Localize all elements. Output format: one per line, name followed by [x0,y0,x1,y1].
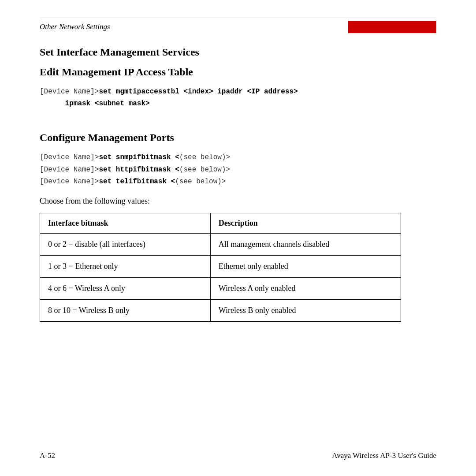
table-row: 0 or 2 = disable (all interfaces)All man… [40,233,401,255]
table-cell-bitmask: 0 or 2 = disable (all interfaces) [40,233,211,255]
table-cell-description: Wireless A only enabled [210,277,401,299]
section2-code: [Device Name]>set mgmtipaccesstbl <index… [40,86,436,110]
header-bar: Other Network Settings [40,18,436,33]
table-cell-bitmask: 4 or 6 = Wireless A only [40,277,211,299]
footer: A-52 Avaya Wireless AP-3 User's Guide [40,451,436,460]
table-cell-bitmask: 8 or 10 = Wireless B only [40,299,211,321]
section1-title: Set Interface Management Services [40,46,436,58]
table-cell-description: Ethernet only enabled [210,255,401,277]
footer-page-number: A-52 [40,451,55,460]
table-cell-bitmask: 1 or 3 = Ethernet only [40,255,211,277]
table-row: 4 or 6 = Wireless A onlyWireless A only … [40,277,401,299]
section2-title: Edit Management IP Access Table [40,66,436,78]
col-header-bitmask: Interface bitmask [40,213,211,233]
choose-text: Choose from the following values: [40,197,436,206]
col-header-description: Description [210,213,401,233]
interface-table: Interface bitmask Description 0 or 2 = d… [40,213,401,322]
section3-title: Configure Management Ports [40,132,436,144]
code3-line2: [Device Name]>set httpifbitmask <(see be… [40,164,436,176]
page: Other Network Settings Set Interface Man… [0,0,476,476]
code3-line3: [Device Name]>set telifbitmask <(see bel… [40,176,436,188]
code3-line1: [Device Name]>set snmpifbitmask <(see be… [40,152,436,164]
table-cell-description: Wireless B only enabled [210,299,401,321]
header-label: Other Network Settings [40,22,110,31]
table-header-row: Interface bitmask Description [40,213,401,233]
header-red-bar [348,21,436,33]
table-cell-description: All management channels disabled [210,233,401,255]
table-row: 8 or 10 = Wireless B onlyWireless B only… [40,299,401,321]
footer-guide-title: Avaya Wireless AP-3 User's Guide [332,451,436,460]
code2-prefix: [Device Name]> [40,88,99,96]
section3-code: [Device Name]>set snmpifbitmask <(see be… [40,152,436,188]
table-row: 1 or 3 = Ethernet onlyEthernet only enab… [40,255,401,277]
